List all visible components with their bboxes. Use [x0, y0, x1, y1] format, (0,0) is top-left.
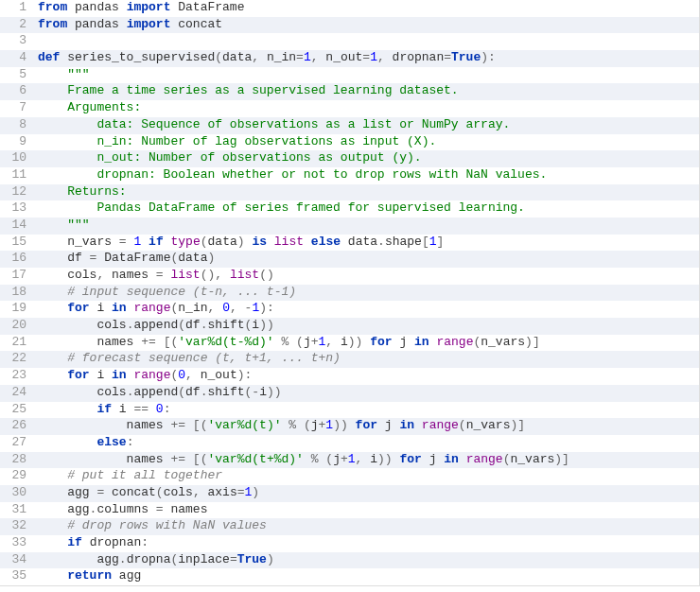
token-par: [( [193, 418, 208, 432]
line-number: 30 [0, 485, 34, 499]
token-kw: for [356, 418, 377, 432]
token-name [289, 335, 296, 349]
code-line: 24 cols.append(df.shift(-i)) [0, 385, 699, 402]
line-number: 12 [0, 184, 34, 199]
token-par: ( [156, 485, 164, 499]
line-number: 8 [0, 117, 34, 131]
token-name: DataFrame [170, 0, 244, 14]
token-op: = [237, 485, 245, 499]
token-op: = [119, 235, 127, 249]
token-op: : [488, 50, 496, 64]
token-kw: else [311, 235, 341, 249]
token-par: () [259, 268, 274, 282]
code-line: 15 n_vars = 1 if type(data) is list else… [0, 235, 699, 252]
line-number: 7 [0, 100, 34, 114]
token-cmt: # forecast sequence (t, t+1, ... t+n) [67, 351, 341, 365]
token-kw: for [370, 335, 392, 349]
code-line: 1from pandas import DataFrame [0, 0, 699, 17]
token-op: , [252, 50, 259, 64]
token-name [38, 568, 67, 583]
token-name [38, 535, 67, 549]
code-line: 8 data: Sequence of observations as a li… [0, 117, 699, 134]
token-name: names [164, 502, 208, 516]
code-line: 20 cols.append(df.shift(i)) [0, 318, 699, 335]
token-kw: from [38, 17, 67, 31]
token-bltn: range [133, 301, 170, 315]
token-par: [ [422, 235, 429, 249]
token-kw: import [127, 17, 171, 31]
code-line: 30 agg = concat(cols, axis=1) [0, 485, 699, 502]
token-cmt: # drop rows with NaN values [67, 518, 267, 532]
token-name: DataFrame [96, 251, 170, 265]
token-name: n_in [259, 50, 296, 64]
token-par: ] [437, 235, 445, 249]
token-name [296, 418, 304, 432]
token-str: """ [67, 67, 89, 81]
token-op: , [215, 268, 222, 282]
token-kw: in [112, 301, 127, 315]
code-line: 25 if i == 0: [0, 402, 699, 419]
token-name: data [208, 235, 237, 249]
token-name: axis [201, 485, 237, 499]
code-line: 13 Pandas DataFrame of series framed for… [0, 200, 699, 218]
token-par: ) [237, 235, 245, 249]
token-name [304, 452, 311, 466]
line-code: n_in: Number of lag observations as inpu… [34, 134, 436, 148]
line-code: Arguments: [34, 100, 141, 114]
token-str: Frame a time series as a supervised lear… [38, 83, 459, 97]
token-name: n_in [178, 301, 207, 315]
token-name: j [377, 418, 399, 432]
token-name [237, 301, 245, 315]
token-name: i [333, 335, 348, 349]
token-name: j [422, 452, 444, 466]
token-name: cols [38, 318, 127, 332]
token-name [38, 351, 67, 365]
line-code: cols.append(df.shift(i)) [34, 318, 274, 332]
token-name [38, 285, 67, 299]
token-kw: for [67, 368, 89, 382]
token-kw: True [451, 50, 481, 64]
token-num: 1 [325, 418, 333, 432]
token-name: df [38, 251, 90, 265]
token-bltn: range [422, 418, 459, 432]
token-str: 'var%d(t)' [207, 418, 281, 432]
line-code: """ [34, 218, 90, 232]
code-line: 34 agg.dropna(inplace=True) [0, 552, 699, 569]
token-par: ( [201, 235, 208, 249]
line-number: 3 [0, 33, 34, 47]
line-code: return agg [34, 568, 141, 583]
line-number: 1 [0, 0, 34, 14]
token-name [38, 67, 67, 81]
token-name: i [112, 402, 133, 416]
token-par: ) [481, 50, 488, 64]
token-name: i [259, 385, 267, 399]
line-number: 2 [0, 17, 34, 31]
token-name: i [90, 368, 112, 382]
token-name: cols [38, 268, 96, 282]
line-code: cols.append(df.shift(-i)) [34, 385, 282, 399]
code-line: 31 agg.columns = names [0, 502, 699, 519]
token-par: )) [348, 335, 363, 349]
code-line: 5 """ [0, 67, 699, 84]
code-line: 3 [0, 33, 699, 50]
line-number: 4 [0, 50, 34, 64]
token-str: n_out: Number of observations as output … [38, 150, 422, 165]
token-name: names [38, 452, 170, 466]
line-number: 32 [0, 518, 34, 532]
token-op: : [164, 402, 171, 416]
token-bltn: range [436, 335, 473, 349]
line-code: # drop rows with NaN values [34, 518, 267, 532]
line-number: 33 [0, 535, 34, 549]
token-name: agg [38, 485, 96, 499]
token-name: append [133, 385, 178, 399]
token-op: = [230, 552, 237, 566]
token-name [38, 368, 67, 382]
token-name: j [304, 335, 311, 349]
token-str: 'var%d(t+%d)' [207, 452, 303, 466]
token-name [149, 402, 156, 416]
code-line: 16 df = DataFrame(data) [0, 251, 699, 268]
token-name: n_vars [481, 335, 525, 349]
code-line: 32 # drop rows with NaN values [0, 518, 699, 535]
token-op: = [362, 50, 370, 64]
token-par: )] [525, 335, 540, 349]
